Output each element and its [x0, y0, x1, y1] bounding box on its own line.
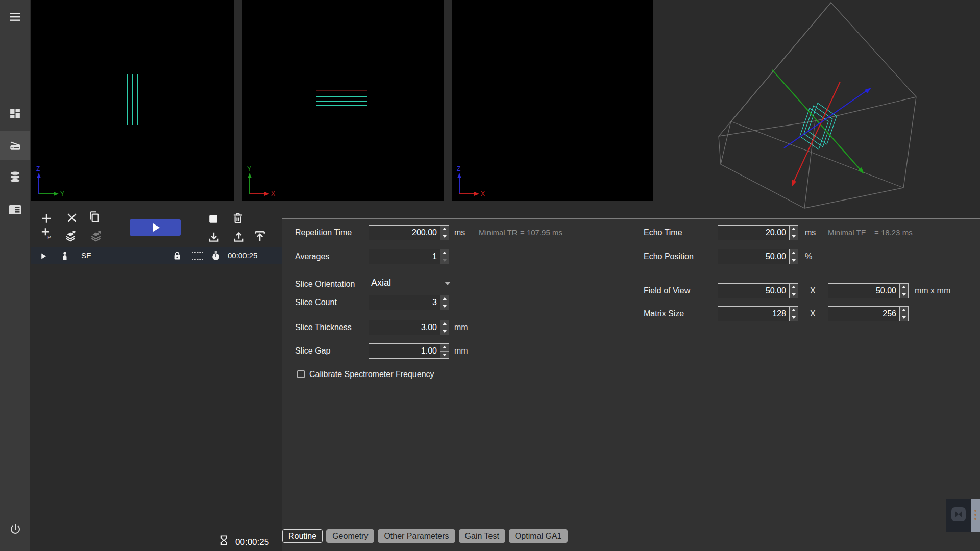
export-layers-button[interactable]: [63, 229, 78, 242]
matrix-y-input[interactable]: [828, 306, 900, 321]
matrix-size-label: Matrix Size: [644, 306, 684, 321]
fov-x-field: [718, 283, 798, 298]
viewport-yx[interactable]: Y X: [242, 0, 444, 201]
slice-count-stepper: [440, 295, 449, 310]
sequence-list-item[interactable]: SE 00:00:25: [31, 247, 286, 264]
spin-down[interactable]: [440, 328, 449, 335]
slice-count-field: [369, 295, 449, 310]
spin-down[interactable]: [790, 314, 798, 321]
spin-down[interactable]: [790, 233, 798, 240]
echo-time-input[interactable]: [718, 225, 790, 240]
spin-down[interactable]: [440, 233, 449, 240]
spin-up[interactable]: [790, 284, 798, 291]
news-icon: [8, 204, 22, 216]
panel-divider: [282, 271, 980, 271]
sidebar-item-news[interactable]: [0, 195, 30, 224]
spin-up[interactable]: [900, 307, 908, 314]
add-button[interactable]: [40, 212, 53, 225]
chat-widget-handle[interactable]: [971, 499, 980, 532]
spin-up[interactable]: [440, 344, 449, 352]
spin-up[interactable]: [440, 226, 449, 233]
axis-gizmo: Z X: [455, 163, 491, 199]
run-button[interactable]: [130, 219, 181, 236]
repetition-time-field: [369, 225, 449, 240]
spin-down[interactable]: [790, 257, 798, 264]
slice-gap-stepper: [440, 343, 449, 359]
selection-box-icon[interactable]: [192, 252, 203, 260]
field-of-view-label: Field of View: [644, 283, 690, 298]
spin-up[interactable]: [440, 320, 449, 328]
lock-icon[interactable]: [172, 251, 182, 261]
dot: [974, 518, 976, 520]
3d-geometry-view[interactable]: [653, 0, 980, 219]
stop-button[interactable]: [207, 213, 219, 225]
minimal-te-hint-value: = 18.23 ms: [874, 225, 913, 240]
fov-line: [316, 90, 368, 91]
slice-count-label: Slice Count: [295, 295, 337, 310]
spin-up[interactable]: [790, 226, 798, 233]
upload-button[interactable]: [232, 231, 246, 244]
repetition-time-input[interactable]: [369, 225, 440, 240]
trash-icon: [231, 212, 244, 225]
slice-orientation-select[interactable]: Axial: [370, 276, 453, 291]
trash-button[interactable]: [231, 212, 244, 225]
spin-down[interactable]: [440, 257, 449, 264]
tab-geometry[interactable]: Geometry: [326, 529, 374, 543]
averages-input[interactable]: [369, 249, 440, 264]
spin-down[interactable]: [440, 303, 449, 310]
viewport-zy[interactable]: Z Y: [31, 0, 234, 201]
slice-gap-input[interactable]: [369, 343, 440, 359]
sidebar-item-scanner[interactable]: [0, 131, 30, 160]
slice-stack-3d: [800, 103, 837, 149]
axis-gizmo: Y X: [245, 163, 281, 199]
export-layers-disabled-button[interactable]: [89, 229, 103, 242]
play-icon[interactable]: [39, 252, 48, 261]
calibrate-checkbox[interactable]: [297, 370, 305, 378]
fov-y-input[interactable]: [828, 283, 900, 298]
database-icon: [9, 170, 21, 184]
duplicate-icon: [88, 210, 101, 223]
chat-widget[interactable]: [946, 499, 971, 532]
spin-down[interactable]: [790, 291, 798, 298]
averages-field: [369, 249, 449, 264]
spin-down[interactable]: [900, 291, 908, 298]
fov-x-input[interactable]: [718, 283, 790, 298]
download-icon: [207, 231, 220, 244]
slice-line: [127, 74, 128, 125]
sidebar-item-dashboard[interactable]: [0, 98, 30, 128]
slice-thickness-input[interactable]: [369, 320, 440, 335]
parameter-panel: [282, 218, 980, 551]
fov-x-stepper: [790, 283, 798, 298]
menu-button[interactable]: [0, 2, 30, 32]
matrix-x-input[interactable]: [718, 306, 790, 321]
chat-widget-icon: [951, 507, 966, 521]
tab-routine[interactable]: Routine: [282, 529, 323, 543]
echo-position-stepper: [790, 249, 798, 264]
viewport-zx[interactable]: Z X: [452, 0, 653, 201]
power-button[interactable]: [0, 514, 30, 544]
tab-other-parameters[interactable]: Other Parameters: [378, 529, 455, 543]
tab-optimal-ga1[interactable]: Optimal GA1: [509, 529, 568, 543]
fov-y-stepper: [900, 283, 909, 298]
spin-up[interactable]: [790, 249, 798, 257]
slice-line: [137, 74, 138, 125]
repetition-time-unit: ms: [454, 225, 465, 240]
download-button[interactable]: [207, 231, 220, 244]
sidebar-item-database[interactable]: [0, 162, 30, 192]
axis-label-vertical: Y: [247, 165, 251, 172]
slice-count-input[interactable]: [369, 295, 440, 310]
duplicate-button[interactable]: [88, 210, 101, 223]
echo-position-input[interactable]: [718, 249, 790, 264]
spin-up[interactable]: [790, 307, 798, 314]
upload-top-button[interactable]: [253, 229, 267, 243]
add-sub-button[interactable]: P: [40, 227, 52, 240]
remove-button[interactable]: [65, 211, 79, 224]
axis-y-green: [772, 70, 864, 174]
spin-down[interactable]: [900, 314, 908, 321]
spin-up[interactable]: [440, 295, 449, 303]
tab-gain-test[interactable]: Gain Test: [459, 529, 505, 543]
spin-up[interactable]: [900, 284, 908, 291]
power-icon: [9, 523, 21, 535]
spin-down[interactable]: [440, 352, 449, 359]
spin-up[interactable]: [440, 249, 449, 257]
